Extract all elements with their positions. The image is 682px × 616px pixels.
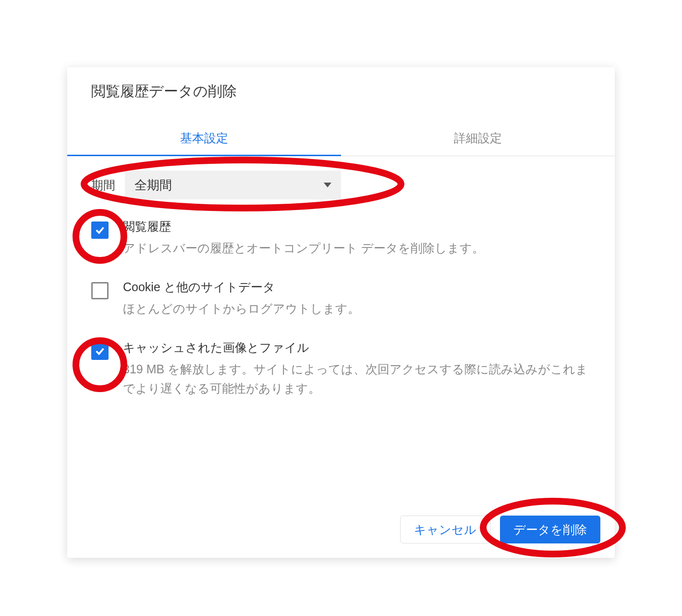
checkbox-cached-images[interactable] bbox=[91, 343, 109, 360]
check-icon bbox=[95, 346, 105, 357]
dialog-content: 期間 全期間 閲覧履歴 アドレスバーの履歴とオートコンプリート データを削除しま… bbox=[67, 156, 615, 424]
option-text: Cookie と他のサイトデータ ほとんどのサイトからログアウトします。 bbox=[123, 279, 360, 318]
clear-data-button[interactable]: データを削除 bbox=[500, 516, 600, 543]
time-range-value: 全期間 bbox=[134, 177, 172, 194]
checkbox-cookies[interactable] bbox=[91, 282, 109, 299]
tabs: 基本設定 詳細設定 bbox=[67, 121, 615, 156]
dialog-title: 閲覧履歴データの削除 bbox=[67, 67, 615, 106]
tab-advanced[interactable]: 詳細設定 bbox=[341, 121, 615, 156]
check-icon bbox=[95, 225, 105, 235]
time-range-row: 期間 全期間 bbox=[91, 171, 591, 199]
confirm-button-wrap: データを削除 bbox=[500, 516, 600, 543]
checkbox-browsing-history[interactable] bbox=[91, 222, 109, 239]
option-title: 閲覧履歴 bbox=[123, 219, 484, 234]
option-title: Cookie と他のサイトデータ bbox=[123, 279, 360, 295]
chevron-down-icon bbox=[324, 183, 331, 187]
cancel-button[interactable]: キャンセル bbox=[400, 516, 490, 543]
tab-basic[interactable]: 基本設定 bbox=[67, 121, 341, 156]
option-description: ほとんどのサイトからログアウトします。 bbox=[123, 299, 360, 318]
option-cookies: Cookie と他のサイトデータ ほとんどのサイトからログアウトします。 bbox=[91, 279, 591, 318]
time-range-dropdown[interactable]: 全期間 bbox=[125, 171, 341, 199]
option-text: キャッシュされた画像とファイル 319 MB を解放します。サイトによっては、次… bbox=[123, 340, 591, 398]
clear-browsing-data-dialog: 閲覧履歴データの削除 基本設定 詳細設定 期間 全期間 閲覧履歴 アドレスバーの… bbox=[67, 67, 615, 558]
option-title: キャッシュされた画像とファイル bbox=[123, 340, 591, 356]
time-range-label: 期間 bbox=[91, 177, 115, 193]
option-browsing-history: 閲覧履歴 アドレスバーの履歴とオートコンプリート データを削除します。 bbox=[91, 219, 591, 258]
option-description: アドレスバーの履歴とオートコンプリート データを削除します。 bbox=[123, 238, 484, 258]
dialog-footer: キャンセル データを削除 bbox=[67, 511, 615, 543]
option-text: 閲覧履歴 アドレスバーの履歴とオートコンプリート データを削除します。 bbox=[123, 219, 484, 258]
option-cached-images: キャッシュされた画像とファイル 319 MB を解放します。サイトによっては、次… bbox=[91, 340, 591, 398]
option-description: 319 MB を解放します。サイトによっては、次回アクセスする際に読み込みがこれ… bbox=[123, 359, 591, 398]
